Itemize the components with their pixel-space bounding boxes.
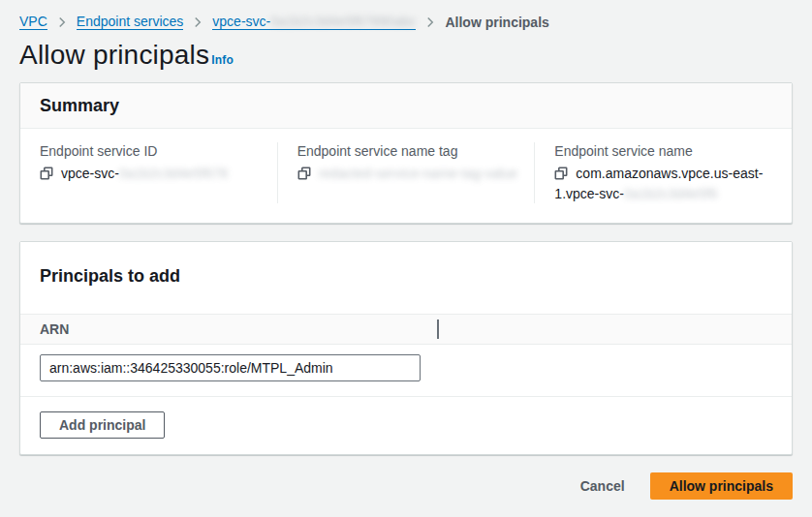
summary-title: Summary <box>40 95 772 116</box>
summary-card: Summary Endpoint service ID vpce-svc-0a1… <box>19 82 793 224</box>
allow-principals-button[interactable]: Allow principals <box>650 472 793 500</box>
summary-field-endpoint-service-name-tag: Endpoint service name tag redacted-servi… <box>277 142 535 203</box>
cancel-button[interactable]: Cancel <box>577 472 629 500</box>
field-label: Endpoint service name tag <box>297 142 519 160</box>
breadcrumb-current-page: Allow principals <box>445 15 548 30</box>
field-value: vpce-svc-0a1b2c3d4e5f678 <box>40 165 262 185</box>
breadcrumb: VPC Endpoint services vpce-svc-0a1b2c3d4… <box>19 14 793 30</box>
summary-card-header: Summary <box>20 83 792 129</box>
arn-input-row <box>20 345 792 397</box>
copy-icon[interactable] <box>40 167 53 185</box>
field-label: Endpoint service ID <box>40 142 262 160</box>
footer-actions: Cancel Allow principals <box>19 472 793 500</box>
breadcrumb-link-endpoint-services[interactable]: Endpoint services <box>77 14 184 30</box>
breadcrumb-link-vpc[interactable]: VPC <box>19 14 47 30</box>
copy-icon[interactable] <box>297 167 311 185</box>
arn-column-header: ARN <box>40 321 69 337</box>
page-title: Allow principalsInfo <box>19 40 793 71</box>
summary-field-endpoint-service-name: Endpoint service name com.amazonaws.vpce… <box>534 142 792 203</box>
endpoint-service-id-text: vpce-svc- <box>61 166 119 181</box>
chevron-right-icon <box>56 16 68 28</box>
principals-title: Principals to add <box>40 265 772 287</box>
chevron-right-icon <box>192 16 203 28</box>
column-resize-handle[interactable] <box>437 319 439 339</box>
page: VPC Endpoint services vpce-svc-0a1b2c3d4… <box>0 0 812 517</box>
summary-body: Endpoint service ID vpce-svc-0a1b2c3d4e5… <box>20 129 792 223</box>
principals-panel: Principals to add ARN Add principal <box>19 241 793 455</box>
field-value: com.amazonaws.vpce.us-east-1.vpce-svc-0a… <box>554 165 776 203</box>
add-principal-row: Add principal <box>20 397 792 454</box>
add-principal-button[interactable]: Add principal <box>40 411 165 439</box>
summary-field-endpoint-service-id: Endpoint service ID vpce-svc-0a1b2c3d4e5… <box>20 142 277 203</box>
redacted-endpoint-service-name: 0a1b2c3d4e5f6 <box>624 186 718 201</box>
field-value: redacted-service-name-tag-value <box>297 165 519 185</box>
arn-input[interactable] <box>40 354 421 381</box>
redacted-endpoint-service-name-tag: redacted-service-name-tag-value <box>319 166 517 181</box>
breadcrumb-service-id-text: vpce-svc- <box>212 14 270 29</box>
arn-column-header-row: ARN <box>20 314 792 345</box>
breadcrumb-link-endpoint-service-id[interactable]: vpce-svc-0a1b2c3d4e5f67890abc <box>212 14 416 30</box>
copy-icon[interactable] <box>554 167 568 185</box>
info-link[interactable]: Info <box>211 53 234 67</box>
chevron-right-icon <box>424 16 436 28</box>
redacted-service-id: 0a1b2c3d4e5f67890abc <box>270 14 416 29</box>
field-label: Endpoint service name <box>554 142 776 160</box>
page-title-text: Allow principals <box>19 40 209 70</box>
principals-panel-header: Principals to add <box>20 242 792 314</box>
redacted-endpoint-service-id: 0a1b2c3d4e5f678 <box>119 166 228 181</box>
